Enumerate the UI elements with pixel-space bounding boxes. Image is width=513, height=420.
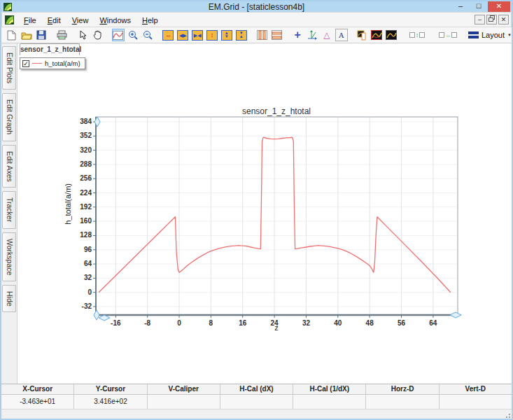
status-value-2	[148, 395, 220, 410]
column-view-icon[interactable]	[256, 29, 269, 41]
v-fit-icon[interactable]: ▼▲	[235, 29, 248, 41]
new-file-icon[interactable]	[6, 29, 18, 41]
status-col-horz-d: Horz-D	[366, 384, 439, 394]
layout-bars-icon	[468, 31, 479, 39]
sidebar-item-hide[interactable]: Hide	[2, 285, 16, 313]
h-shrink-icon[interactable]: ◀▶	[176, 29, 189, 41]
sidebar-item-workspace[interactable]: Workspace	[2, 232, 16, 281]
mdi-minimize-icon[interactable]: –	[475, 15, 485, 24]
y-tick-192: 192	[71, 203, 92, 211]
zoom-out-icon[interactable]	[141, 29, 154, 41]
y-tick-224: 224	[71, 189, 92, 197]
y-tick-320: 320	[71, 146, 92, 154]
y-tick-128: 128	[71, 231, 92, 239]
close-icon[interactable]: ✕	[488, 1, 510, 12]
title-bar: EM.Grid - [staticlesson4b] – □ ✕	[1, 1, 512, 12]
menu-bar: FileEditViewWindowsHelp – ✕	[1, 12, 512, 27]
status-value-row: -3.463e+013.416e+02	[1, 395, 512, 410]
menu-items: FileEditViewWindowsHelp	[18, 13, 164, 26]
status-col-vert-d: Vert-D	[440, 384, 512, 394]
status-value-1: 3.416e+02	[74, 395, 147, 410]
status-value-5	[366, 395, 439, 410]
window-status-bar	[1, 409, 512, 419]
status-header-row: X-CursorY-CursorV-CaliperH-Cal (dX)H-Cal…	[1, 384, 512, 395]
h-fit-icon[interactable]: ▶◀	[191, 29, 204, 41]
minimize-icon[interactable]: –	[451, 1, 470, 12]
sidebar-item-tracker[interactable]: Tracker	[2, 191, 16, 228]
v-space-icon[interactable]: ↕	[406, 29, 428, 41]
resize-grip[interactable]	[503, 411, 510, 418]
app-window: EM.Grid - [staticlesson4b] – □ ✕ FileEdi…	[0, 0, 513, 420]
y-tick-0: 0	[71, 288, 92, 296]
y-tick-384: 384	[71, 118, 92, 125]
status-col-h-cal-dx-: H-Cal (dX)	[220, 384, 293, 394]
status-col-h-cal-1-dx-: H-Cal (1/dX)	[293, 384, 366, 394]
crosshair-icon[interactable]: +	[291, 29, 304, 41]
toolbar: ↔ ◀▶ ▶◀ ↕ ▲▼ ▼▲ + △ A ↕ ↔ Layout ▼	[1, 27, 512, 43]
layout-label: Layout	[482, 31, 505, 39]
plot-chart	[17, 43, 512, 384]
y-tick-32: 32	[71, 274, 92, 281]
x-tick-64: 64	[423, 319, 444, 327]
dark-plot-icon[interactable]	[385, 29, 398, 41]
sidebar-item-edit-graph[interactable]: Edit Graph	[2, 93, 16, 141]
status-col-v-caliper: V-Caliper	[148, 384, 220, 394]
copy-graph-icon[interactable]	[356, 29, 369, 41]
select-arrow-icon[interactable]	[76, 29, 89, 41]
x-axis-label: z	[171, 323, 381, 332]
layout-button[interactable]: Layout ▼	[468, 31, 512, 39]
triangle-marker-icon[interactable]: △	[321, 29, 333, 41]
h-space-icon[interactable]: ↔	[437, 29, 459, 41]
window-title: EM.Grid - [staticlesson4b]	[1, 2, 512, 12]
chevron-down-icon: ▼	[507, 33, 512, 37]
save-icon[interactable]	[35, 29, 48, 41]
x-tick--16: -16	[105, 319, 126, 327]
menu-edit[interactable]: Edit	[42, 14, 66, 27]
y-axis-label: h_total(a/m)	[64, 183, 72, 225]
status-col-x-cursor: X-Cursor	[1, 384, 74, 394]
plot-title: sensor_1_z_htotal	[171, 106, 381, 116]
plot-canvas[interactable]: sensor_1_z_htotal ✓ h_total(a/m) 3843523…	[17, 43, 512, 384]
menu-view[interactable]: View	[66, 14, 94, 27]
cursor-status-table: X-CursorY-CursorV-CaliperH-Cal (dX)H-Cal…	[1, 384, 512, 409]
y-tick-160: 160	[71, 217, 92, 225]
y-tick--32: -32	[71, 302, 92, 310]
y-tick-64: 64	[71, 260, 92, 267]
x-tick-56: 56	[391, 319, 412, 327]
status-value-3	[220, 395, 293, 410]
status-value-6	[440, 395, 512, 410]
row-view-icon[interactable]	[270, 29, 283, 41]
dark-plot-red-icon[interactable]	[370, 29, 383, 41]
sidebar-tabs: Edit PlotsEdit GraphEdit AxesTrackerWork…	[1, 43, 17, 384]
v-shrink-icon[interactable]: ▲▼	[220, 29, 233, 41]
menu-windows[interactable]: Windows	[94, 14, 136, 27]
y-tick-288: 288	[71, 160, 92, 168]
y-tick-96: 96	[71, 246, 92, 253]
y-tick-256: 256	[71, 174, 92, 182]
pan-hand-icon[interactable]	[91, 29, 104, 41]
menu-file[interactable]: File	[18, 14, 42, 27]
y-tick-352: 352	[71, 132, 92, 139]
plot-select-icon[interactable]	[112, 29, 125, 41]
text-label-icon[interactable]: A	[335, 29, 348, 41]
sidebar-item-edit-axes[interactable]: Edit Axes	[2, 145, 16, 188]
status-value-0: -3.463e+01	[1, 395, 74, 410]
sidebar-item-edit-plots[interactable]: Edit Plots	[2, 46, 16, 90]
x-tick--8: -8	[137, 319, 158, 327]
v-expand-icon[interactable]: ↕	[206, 29, 218, 41]
print-icon[interactable]	[55, 29, 68, 41]
h-expand-icon[interactable]: ↔	[162, 29, 175, 41]
doc-logo-icon	[5, 15, 14, 24]
axes-icon[interactable]	[306, 29, 318, 41]
mdi-close-icon[interactable]: ✕	[498, 15, 509, 24]
maximize-icon[interactable]: □	[470, 1, 488, 12]
mdi-restore-icon[interactable]	[486, 15, 497, 24]
menu-help[interactable]: Help	[136, 14, 164, 27]
status-col-y-cursor: Y-Cursor	[74, 384, 147, 394]
zoom-in-icon[interactable]	[127, 29, 139, 41]
status-value-4	[293, 395, 366, 410]
open-folder-icon[interactable]	[20, 29, 33, 41]
